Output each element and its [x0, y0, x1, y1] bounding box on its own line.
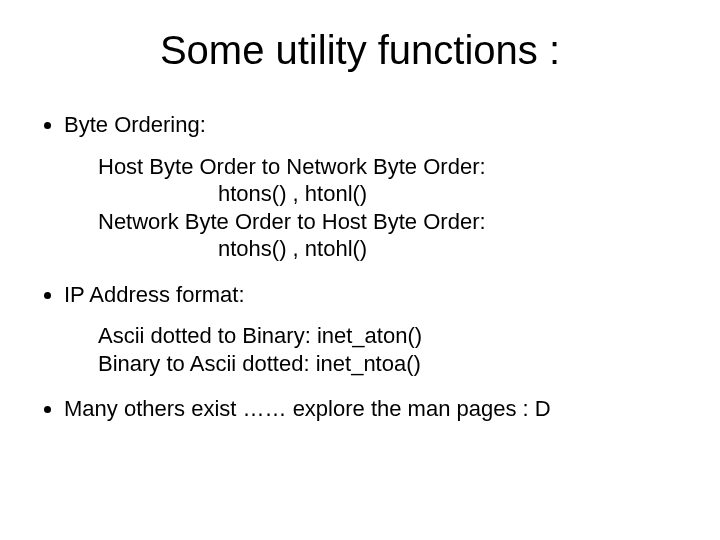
line-inet-aton: Ascii dotted to Binary: inet_aton()	[98, 322, 680, 350]
bullet-text: Byte Ordering:	[64, 112, 206, 137]
line-network-to-host: Network Byte Order to Host Byte Order:	[98, 208, 680, 236]
sub-block-byte-ordering: Host Byte Order to Network Byte Order: h…	[98, 153, 680, 263]
slide-body: Byte Ordering: Host Byte Order to Networ…	[0, 111, 720, 423]
line-host-to-network: Host Byte Order to Network Byte Order:	[98, 153, 680, 181]
bullet-text: IP Address format:	[64, 282, 245, 307]
line-htons-htonl: htons() , htonl()	[98, 180, 680, 208]
sub-block-ip-address: Ascii dotted to Binary: inet_aton() Bina…	[98, 322, 680, 377]
bullet-many-others: Many others exist …… explore the man pag…	[64, 395, 680, 423]
line-inet-ntoa: Binary to Ascii dotted: inet_ntoa()	[98, 350, 680, 378]
line-ntohs-ntohl: ntohs() , ntohl()	[98, 235, 680, 263]
slide: Some utility functions : Byte Ordering: …	[0, 0, 720, 540]
bullet-list: Byte Ordering: Host Byte Order to Networ…	[30, 111, 680, 423]
bullet-ip-address-format: IP Address format: Ascii dotted to Binar…	[64, 281, 680, 378]
slide-title: Some utility functions :	[0, 0, 720, 93]
bullet-text: Many others exist …… explore the man pag…	[64, 396, 551, 421]
bullet-byte-ordering: Byte Ordering: Host Byte Order to Networ…	[64, 111, 680, 263]
